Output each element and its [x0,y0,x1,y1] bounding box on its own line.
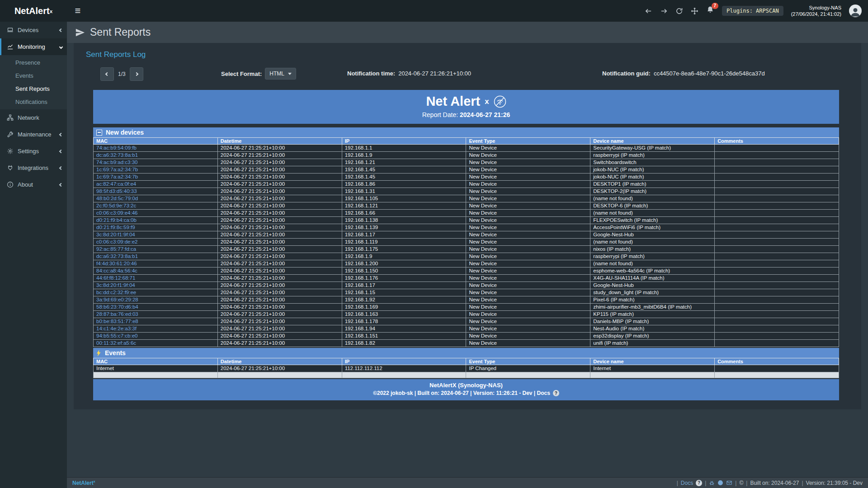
plugins-badge[interactable]: Plugins: ARPSCAN [722,6,783,16]
mac-link[interactable]: 44:6f:f8:12:68:71 [96,275,135,281]
bug-report-icon[interactable] [709,480,715,486]
docs-link[interactable]: Docs [681,480,693,486]
plug-icon [7,164,14,171]
table-cell [715,210,839,217]
report-date-value: 2024-06-27 21:26 [460,111,510,118]
sidebar-item-devices[interactable]: Devices [0,22,67,38]
mac-link[interactable]: 98:5f:d3:d5:40:33 [96,188,137,194]
table-cell: 2024-06-27 21:25:21+10:00 [217,152,342,159]
mac-link[interactable]: 74:ac:b9:ad:c3:30 [96,160,137,165]
sidebar-item-label: Maintenance [18,131,51,138]
sidebar-item-integrations[interactable]: Integrations [0,160,67,176]
table-cell: 74:ac:b9:54:09:fb [94,145,218,152]
table-cell: Nest-Audio (IP match) [590,325,715,333]
table-cell: 192.168.1.92 [342,296,466,304]
table-cell: 192.168.1.119 [342,239,466,246]
mac-link[interactable]: 3a:9d:69:e0:29:28 [96,297,138,302]
sidebar-item-presence[interactable]: Presence [0,56,67,69]
table-row: 58:b6:23:70:d6:b42024-06-27 21:25:21+10:… [94,304,839,311]
sidebar-item-monitoring[interactable]: Monitoring [0,38,67,55]
refresh-button[interactable] [675,7,683,15]
table-cell: New Device [466,145,590,152]
sidebar-item-events[interactable]: Events [0,69,67,82]
table-cell: 192.168.1.82 [342,340,466,347]
nav-back-button[interactable] [645,7,652,15]
table-cell: 192.168.1.163 [342,311,466,318]
column-header: Datetime [217,358,342,365]
table-cell: raspberrypi (IP match) [590,253,715,260]
mac-link[interactable]: 1c:69:7a:a2:34:7b [96,174,138,179]
table-cell: 58:b6:23:70:d6:b4 [94,304,218,311]
move-widgets-button[interactable] [691,7,698,15]
mac-link[interactable]: 58:b6:23:70:d6:b4 [96,304,138,310]
mac-link[interactable]: 84:cc:a8:4a:56:4c [96,268,137,273]
table-row: 48:b0:2d:5c:79:0d2024-06-27 21:25:21+10:… [94,195,839,202]
table-cell: New Device [466,340,590,347]
notification-guid-label: Notification guid: [602,70,651,77]
sidebar-item-about[interactable]: About [0,176,67,193]
sidebar-item-notifications[interactable]: Notifications [0,95,67,108]
email-icon[interactable] [726,480,732,486]
mac-link[interactable]: 1c:69:7a:a2:34:7b [96,167,138,172]
mac-link[interactable]: dc:a6:32:73:8a:b1 [96,152,138,158]
sidebar-item-settings[interactable]: Settings [0,143,67,160]
table-cell: 192.168.1.21 [342,159,466,166]
chevron-left-icon [60,167,62,169]
mac-link[interactable]: dc:a6:32:73:8a:b1 [96,253,138,259]
mac-link[interactable]: 3c:8d:20:f1:9f:04 [96,232,135,237]
table-cell: 00:11:32:ef:a5:6c [94,340,218,347]
report-title-text: Net Alert [426,94,480,109]
next-page-button[interactable] [130,67,143,81]
mac-link[interactable]: 74:ac:b9:54:09:fb [96,145,137,150]
monitoring-submenu: Presence Events Sent Reports Notificatio… [0,55,67,109]
mac-link[interactable]: f4:4d:30:61:20:46 [96,261,137,266]
help-circle-icon[interactable]: ? [553,390,559,396]
table-cell [715,333,839,340]
mac-link[interactable]: 14:c1:4e:2e:a3:3f [96,326,137,331]
mac-link[interactable]: d0:21:f9:b4:ca:0b [96,217,137,223]
mac-link[interactable]: 92:ac:85:77:fd:ca [96,246,136,252]
mac-link[interactable]: 28:87:ba:76:ed:03 [96,311,138,317]
table-cell: 2024-06-27 21:25:21+10:00 [217,253,342,260]
nav-forward-button[interactable] [660,7,668,15]
user-avatar[interactable] [849,5,862,17]
mac-link[interactable]: b0:be:83:51:77:e8 [96,319,138,324]
table-cell: New Device [466,166,590,174]
hamburger-menu-button[interactable]: ≡ [67,0,89,22]
brand-logo[interactable]: NetAlertx [0,0,67,22]
mac-link[interactable]: ac:82:47:ca:0f:e4 [96,181,136,187]
mac-link[interactable]: c0:06:c3:09:de:e2 [96,239,137,244]
format-select[interactable]: HTML [265,68,296,80]
info-icon [7,181,14,188]
table-cell: IP Changed [466,365,590,372]
table-cell: (name not found) [590,239,715,246]
table-cell: 2024-06-27 21:25:21+10:00 [217,311,342,318]
table-cell: New Device [466,289,590,296]
sidebar-item-maintenance[interactable]: Maintenance [0,126,67,143]
table-row: 1c:69:7a:a2:34:7b2024-06-27 21:25:21+10:… [94,174,839,181]
table-cell: 192.168.1.138 [342,217,466,224]
table-cell: 2024-06-27 21:25:21+10:00 [217,304,342,311]
table-cell: New Device [466,311,590,318]
table-cell: unifi (IP match) [590,340,715,347]
mac-link[interactable]: 2c:f0:5d:9e:73:2c [96,203,136,208]
mac-link[interactable]: 48:b0:2d:5c:79:0d [96,196,138,201]
sidebar-item-sent-reports[interactable]: Sent Reports [0,82,67,95]
mac-link[interactable]: bc:dd:c2:32:f9:ee [96,290,136,295]
table-cell: 2024-06-27 21:25:21+10:00 [217,210,342,217]
footer-brand-link[interactable]: NetAlertx [72,480,95,486]
table-cell: 98:5f:d3:d5:40:33 [94,188,218,195]
mac-link[interactable]: 94:b5:55:c7:cb:e0 [96,333,137,338]
github-icon[interactable] [717,480,723,486]
events-section-bar: Events [93,348,839,358]
mac-link[interactable]: 00:11:32:ef:a5:6c [96,340,136,346]
new-devices-table: MACDatetimeIPEvent TypeDevice nameCommen… [93,137,839,347]
table-cell: 3c:8d:20:f1:9f:04 [94,282,218,289]
question-circle-icon[interactable]: ? [696,480,702,486]
prev-page-button[interactable] [100,67,114,81]
mac-link[interactable]: c0:06:c3:09:e4:46 [96,210,137,216]
notifications-bell-button[interactable]: 7 [706,6,714,16]
mac-link[interactable]: d0:21:f9:8c:59:f9 [96,225,135,230]
sidebar-item-network[interactable]: Network [0,109,67,126]
mac-link[interactable]: 3c:8d:20:f1:9f:04 [96,282,135,288]
